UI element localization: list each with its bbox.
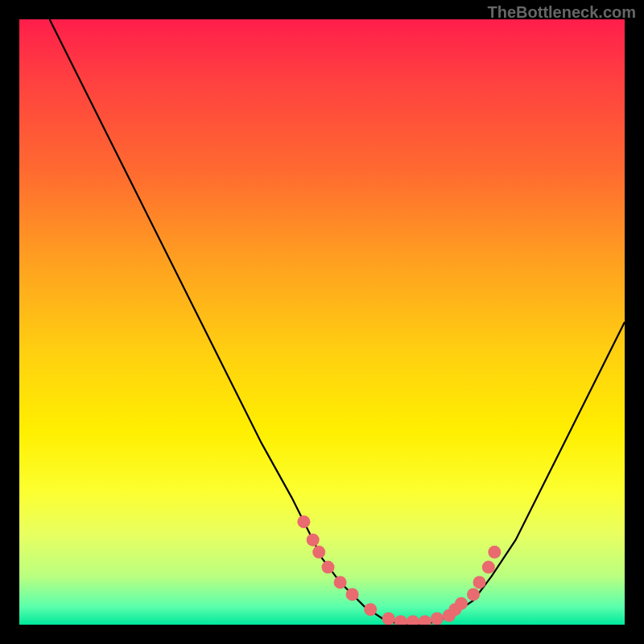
chart-svg bbox=[19, 19, 625, 625]
marker-group bbox=[297, 515, 501, 625]
data-point bbox=[467, 588, 480, 601]
curve-line bbox=[50, 19, 625, 625]
data-point bbox=[346, 588, 359, 601]
data-point bbox=[407, 615, 419, 625]
data-point bbox=[322, 561, 335, 574]
data-point bbox=[431, 613, 444, 625]
data-point bbox=[488, 546, 501, 559]
plot-area bbox=[19, 19, 625, 625]
data-point bbox=[455, 597, 468, 610]
data-point bbox=[473, 576, 486, 588]
data-point bbox=[394, 615, 407, 625]
data-point bbox=[382, 613, 395, 625]
data-point bbox=[364, 603, 377, 616]
data-point bbox=[334, 576, 347, 588]
data-point bbox=[307, 534, 320, 547]
data-point bbox=[297, 515, 310, 528]
data-point bbox=[419, 615, 431, 625]
watermark-text: TheBottleneck.com bbox=[488, 3, 636, 22]
data-point bbox=[482, 561, 495, 574]
data-point bbox=[312, 546, 325, 559]
